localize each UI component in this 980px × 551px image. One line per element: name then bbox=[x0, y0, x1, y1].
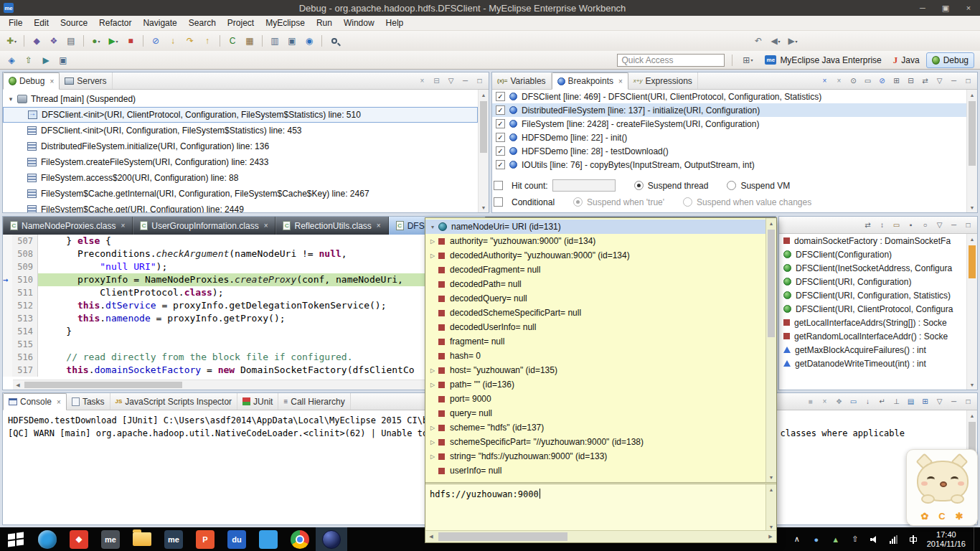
volume-icon[interactable] bbox=[869, 534, 880, 545]
open-console-icon[interactable]: ⊞ bbox=[918, 395, 932, 408]
expander-icon[interactable]: ▷ bbox=[428, 382, 437, 388]
network-icon[interactable] bbox=[888, 534, 900, 545]
menu-item-window[interactable]: Window bbox=[338, 17, 380, 29]
expander-icon[interactable]: ▷ bbox=[428, 367, 437, 374]
database-icon[interactable]: ▣ bbox=[284, 33, 300, 49]
inspect-field-row[interactable]: decodedSchemeSpecificPart= null bbox=[425, 306, 765, 320]
expander-icon[interactable]: ▾ bbox=[6, 95, 16, 103]
taskbar-app-p[interactable]: P bbox=[189, 527, 221, 551]
outline-item[interactable]: getRandomLocalInterfaceAddr() : Socke bbox=[779, 329, 966, 343]
stack-frame-row[interactable]: FileSystem.access$200(URI, Configuration… bbox=[3, 170, 478, 186]
remove-launch-icon[interactable]: × bbox=[818, 395, 831, 408]
inspect-field-row[interactable]: userInfo= null bbox=[425, 463, 765, 478]
breakpoint-row[interactable]: ✓DFSClient [line: 469] - DFSClient(URI, … bbox=[492, 90, 966, 103]
inspect-value-area[interactable]: hdfs://yuzhouwan:9000 bbox=[425, 484, 765, 532]
web-browser-icon[interactable]: ◉ bbox=[301, 33, 317, 49]
save-all-icon[interactable]: ❖ bbox=[46, 33, 62, 49]
new-wizard-icon[interactable]: ✚▾ bbox=[4, 33, 19, 49]
minimize-button[interactable]: ─ bbox=[911, 0, 934, 16]
menu-item-source[interactable]: Source bbox=[55, 17, 93, 29]
stack-frame-row[interactable]: FileSystem$Cache.getInternal(URI, Config… bbox=[3, 186, 478, 202]
hit-count-checkbox[interactable] bbox=[494, 181, 503, 190]
maximize-icon[interactable]: □ bbox=[473, 74, 486, 88]
expander-icon[interactable]: ▷ bbox=[428, 253, 437, 259]
perspective-debug[interactable]: Debug bbox=[926, 52, 974, 68]
start-button[interactable] bbox=[0, 527, 32, 551]
ime-icon[interactable] bbox=[908, 534, 919, 545]
inspect-horizontal-scrollbar[interactable]: ◀ ▶ bbox=[425, 530, 776, 542]
editor-tab-usergroupinformation-class[interactable]: CUserGroupInformation.class× bbox=[133, 217, 275, 235]
sticker-c-icon[interactable]: C bbox=[938, 511, 945, 522]
scroll-up-icon[interactable]: ▲ bbox=[766, 218, 776, 228]
scroll-thumb[interactable] bbox=[969, 101, 976, 166]
taskbar-app-red[interactable]: ◆ bbox=[63, 527, 95, 551]
step-over-icon[interactable]: ↷ bbox=[182, 33, 198, 49]
menu-item-help[interactable]: Help bbox=[380, 17, 410, 29]
inspect-field-row[interactable]: ▷schemeSpecificPart= "//yuzhouwan:9000" … bbox=[425, 435, 765, 449]
checkbox[interactable]: ✓ bbox=[496, 119, 505, 128]
expander-icon[interactable]: ▾ bbox=[428, 224, 437, 230]
expander-icon[interactable]: ▷ bbox=[428, 439, 437, 446]
scroll-left-icon[interactable]: ◀ bbox=[425, 531, 437, 542]
view-menu-icon[interactable]: ▽ bbox=[933, 218, 946, 232]
taskbar-clock[interactable]: 17:40 2014/11/16 bbox=[927, 530, 966, 549]
taskbar-app-myeclipse-navy[interactable]: me bbox=[158, 527, 189, 551]
menu-item-myeclipse[interactable]: MyEclipse bbox=[260, 17, 311, 29]
outline-item[interactable]: DFSClient(URI, Configuration) bbox=[779, 275, 966, 288]
inspect-field-row[interactable]: ▷decodedAuthority= "yuzhouwan:9000" (id=… bbox=[425, 248, 765, 263]
debug-tab-debug[interactable]: Debug× bbox=[3, 72, 60, 90]
breakpoint-row[interactable]: ✓HDFSDemo [line: 28] - testDownload() bbox=[492, 144, 966, 158]
sort-icon[interactable]: ↕ bbox=[875, 218, 889, 232]
scroll-up-icon[interactable]: ▲ bbox=[766, 484, 776, 494]
scroll-lock-icon[interactable]: ↓ bbox=[861, 395, 875, 408]
new-class-icon[interactable]: C bbox=[225, 33, 240, 49]
inspect-field-row[interactable]: ▷string= "hdfs://yuzhouwan:9000" (id=133… bbox=[425, 449, 765, 463]
breakpoint-row[interactable]: ✓FileSystem [line: 2428] - createFileSys… bbox=[492, 117, 966, 131]
inspect-value-scrollbar[interactable]: ▲ ▼ bbox=[765, 484, 776, 532]
suspend-when-true-radio[interactable] bbox=[573, 197, 583, 207]
outline-item[interactable]: DFSClient(InetSocketAddress, Configura bbox=[779, 261, 966, 275]
outline-item[interactable]: getMaxBlockAcquireFailures() : int bbox=[779, 343, 966, 357]
scroll-left-icon[interactable]: ◀ bbox=[13, 380, 23, 390]
quick-access-input[interactable] bbox=[617, 54, 725, 67]
inspect-field-row[interactable]: fragment= null bbox=[425, 334, 765, 349]
menu-item-project[interactable]: Project bbox=[222, 17, 260, 29]
breakpoints-tab-expressions[interactable]: x+yExpressions bbox=[628, 72, 698, 89]
forward-icon[interactable]: ▶▾ bbox=[785, 33, 801, 49]
remove-all-breakpoints-icon[interactable]: × bbox=[832, 74, 846, 88]
step-return-icon[interactable]: ↑ bbox=[199, 33, 215, 49]
scroll-down-icon[interactable]: ▼ bbox=[479, 202, 489, 212]
maximize-icon[interactable]: □ bbox=[961, 218, 975, 232]
close-tab-icon[interactable]: × bbox=[618, 77, 623, 85]
collapse-all-icon[interactable]: ⊟ bbox=[904, 74, 918, 88]
back-icon[interactable]: ◀▾ bbox=[768, 33, 783, 49]
expander-icon[interactable]: ▷ bbox=[428, 238, 437, 245]
inspect-field-row[interactable]: hash= 0 bbox=[425, 349, 765, 363]
checkbox[interactable]: ✓ bbox=[496, 92, 505, 101]
console-tab-javascript-scripts-inspector[interactable]: JSJavaScript Scripts Inspector bbox=[110, 393, 238, 410]
scroll-down-icon[interactable]: ▼ bbox=[967, 202, 977, 212]
tray-sync-icon[interactable]: ⇧ bbox=[849, 534, 861, 545]
scroll-down-icon[interactable]: ▼ bbox=[766, 472, 776, 482]
go-to-file-icon[interactable]: ▭ bbox=[861, 74, 875, 88]
maximize-icon[interactable]: □ bbox=[961, 395, 975, 408]
hit-count-input[interactable] bbox=[552, 179, 616, 192]
scroll-up-icon[interactable]: ▲ bbox=[967, 90, 977, 100]
remove-selected-breakpoints-icon[interactable]: × bbox=[818, 74, 831, 88]
inspect-field-row[interactable]: decodedUserInfo= null bbox=[425, 320, 765, 334]
debug-icon[interactable]: ●▾ bbox=[88, 33, 104, 49]
sticker-flower-icon[interactable]: ✿ bbox=[920, 511, 928, 522]
step-into-icon[interactable]: ↓ bbox=[165, 33, 181, 49]
stack-frame-row[interactable]: FileSystem$Cache.get(URI, Configuration)… bbox=[3, 202, 478, 212]
editor-tab-namenodeproxies-class[interactable]: CNameNodeProxies.class× bbox=[3, 217, 133, 235]
open-perspective-icon[interactable]: ⊞▾ bbox=[740, 52, 755, 68]
inspect-field-row[interactable]: ▷path= "" (id=136) bbox=[425, 377, 765, 392]
taskbar-app-eclipse[interactable] bbox=[316, 527, 347, 551]
expander-icon[interactable]: ▷ bbox=[428, 425, 437, 431]
close-tab-icon[interactable]: × bbox=[57, 398, 61, 406]
expand-all-icon[interactable]: ⊞ bbox=[890, 74, 903, 88]
stack-frame-row[interactable]: FileSystem.createFileSystem(URI, Configu… bbox=[3, 154, 478, 170]
menu-item-edit[interactable]: Edit bbox=[28, 17, 55, 29]
minimize-icon[interactable]: ─ bbox=[947, 218, 961, 232]
myeclipse-explorer-icon[interactable]: ◈ bbox=[4, 52, 19, 68]
